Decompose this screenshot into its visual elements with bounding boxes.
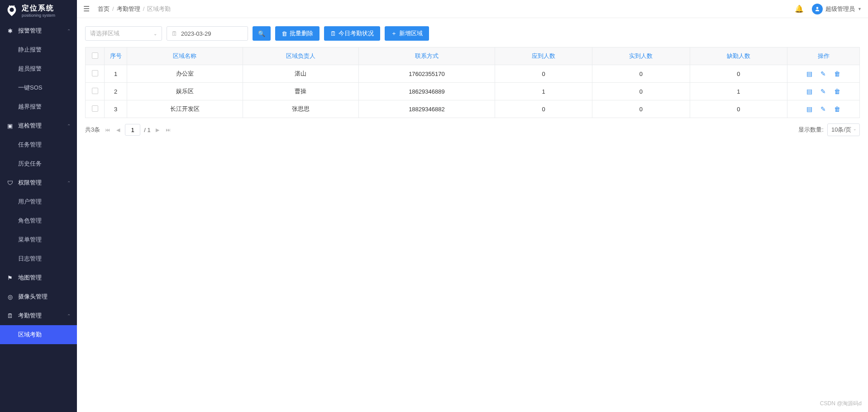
calendar-icon: 🗓 (330, 30, 336, 37)
cell-region-name: 长江开发区 (127, 100, 243, 118)
search-button[interactable]: 🔍 (253, 26, 271, 41)
select-all-checkbox[interactable] (92, 52, 98, 59)
chevron-icon: ⌃ (67, 180, 71, 185)
notification-bell-icon[interactable]: 🔔 (795, 5, 804, 13)
last-page-button[interactable]: ⏭ (164, 127, 172, 133)
cell-actual: 0 (592, 100, 690, 118)
cell-owner: 曹操 (243, 83, 358, 100)
user-menu[interactable]: 超级管理员 ▼ (812, 4, 862, 14)
header-actions: 操作 (787, 47, 860, 65)
cell-contact: 17602355170 (358, 65, 495, 83)
sidebar: 定位系统 positioning system ✱报警管理⌃静止报警超员报警一键… (0, 0, 77, 412)
next-page-button[interactable]: ▶ (154, 127, 161, 133)
table-row: 2 娱乐区 曹操 18629346889 1 0 1 ▤ ✎ 🗑 (86, 83, 860, 100)
prev-page-button[interactable]: ◀ (115, 127, 121, 133)
header-actual[interactable]: 实到人数 (592, 47, 690, 65)
chevron-down-icon: ⌄ (153, 31, 157, 36)
row-checkbox[interactable] (92, 88, 98, 94)
nav-group-head[interactable]: 🗓考勤管理⌃ (0, 306, 77, 325)
nav-group-label: 考勤管理 (18, 312, 42, 320)
batch-delete-button[interactable]: 🗑 批量删除 (275, 26, 320, 41)
watermark: CSDN @淘源码d (820, 400, 862, 407)
first-page-button[interactable]: ⏮ (104, 127, 111, 133)
nav-sub-item[interactable]: 菜单管理 (0, 230, 77, 249)
header-index[interactable]: 序号 (105, 47, 127, 65)
topbar: ☰ 首页/考勤管理/区域考勤 🔔 超级管理员 ▼ (77, 0, 868, 18)
logo: 定位系统 positioning system (0, 0, 77, 21)
nav-group-head[interactable]: ⚑地图管理 (0, 268, 77, 287)
nav-sub-item[interactable]: 日志管理 (0, 249, 77, 268)
cell-index: 1 (105, 65, 127, 83)
nav-group-head[interactable]: ✱报警管理⌃ (0, 21, 77, 40)
chevron-down-icon: ⌄ (853, 127, 857, 131)
page-size-value: 10条/页 (831, 126, 851, 133)
total-pages: / 1 (144, 127, 150, 133)
nav-group-head[interactable]: ▣巡检管理⌃ (0, 116, 77, 135)
nav-sub-item[interactable]: 超员报警 (0, 59, 77, 78)
nav-group-head[interactable]: ◎摄像头管理 (0, 287, 77, 306)
nav-group-icon: 🗓 (6, 313, 14, 319)
edit-icon[interactable]: ✎ (820, 88, 826, 95)
cell-region-name: 娱乐区 (127, 83, 243, 100)
breadcrumb-item[interactable]: 首页 (98, 5, 110, 13)
breadcrumb-item[interactable]: 考勤管理 (117, 5, 140, 13)
cell-actions: ▤ ✎ 🗑 (787, 100, 860, 118)
page-size-select[interactable]: 10条/页 ⌄ (827, 123, 860, 136)
cell-actions: ▤ ✎ 🗑 (787, 65, 860, 83)
breadcrumb-item: 区域考勤 (147, 5, 171, 13)
region-placeholder: 请选择区域 (90, 29, 119, 38)
nav-group-head[interactable]: 🛡权限管理⌃ (0, 173, 77, 192)
date-picker[interactable]: 🗓 2023-03-29 (167, 26, 248, 41)
sidebar-toggle-icon[interactable]: ☰ (83, 5, 90, 13)
nav-group-label: 地图管理 (18, 274, 42, 282)
nav: ✱报警管理⌃静止报警超员报警一键SOS越界报警▣巡检管理⌃任务管理历史任务🛡权限… (0, 21, 77, 344)
chevron-icon: ⌃ (67, 123, 71, 128)
nav-sub-item[interactable]: 一键SOS (0, 78, 77, 97)
nav-sub-item[interactable]: 角色管理 (0, 211, 77, 230)
today-status-button[interactable]: 🗓 今日考勤状况 (324, 26, 380, 41)
region-select[interactable]: 请选择区域 ⌄ (85, 26, 162, 41)
page-size-label: 显示数量: (798, 126, 824, 134)
header-checkbox-cell (86, 47, 105, 65)
header-owner[interactable]: 区域负责人 (243, 47, 358, 65)
delete-icon[interactable]: 🗑 (834, 88, 840, 95)
view-icon[interactable]: ▤ (806, 88, 812, 95)
nav-sub-item[interactable]: 历史任务 (0, 154, 77, 173)
nav-sub-item[interactable]: 越界报警 (0, 97, 77, 116)
header-region-name[interactable]: 区域名称 (127, 47, 243, 65)
today-status-label: 今日考勤状况 (339, 29, 374, 38)
header-contact[interactable]: 联系方式 (358, 47, 495, 65)
nav-sub-item[interactable]: 区域考勤 (0, 325, 77, 344)
date-value: 2023-03-29 (181, 30, 211, 37)
cell-absent: 0 (690, 65, 787, 83)
breadcrumb-separator: / (112, 5, 114, 12)
avatar-icon (812, 4, 823, 14)
cell-absent: 1 (690, 83, 787, 100)
toolbar: 请选择区域 ⌄ 🗓 2023-03-29 🔍 🗑 批量删除 🗓 今日考勤状况 (85, 26, 860, 41)
edit-icon[interactable]: ✎ (820, 105, 826, 113)
nav-group-label: 摄像头管理 (18, 293, 48, 301)
header-expected[interactable]: 应到人数 (495, 47, 592, 65)
cell-index: 2 (105, 83, 127, 100)
delete-icon[interactable]: 🗑 (834, 70, 840, 77)
nav-sub-item[interactable]: 用户管理 (0, 192, 77, 211)
row-checkbox[interactable] (92, 70, 98, 76)
edit-icon[interactable]: ✎ (820, 70, 826, 77)
cell-expected: 0 (495, 65, 592, 83)
caret-down-icon: ▼ (858, 7, 862, 11)
delete-icon[interactable]: 🗑 (834, 105, 840, 113)
nav-sub-item[interactable]: 任务管理 (0, 135, 77, 154)
nav-group-icon: ✱ (6, 28, 14, 34)
view-icon[interactable]: ▤ (806, 70, 812, 77)
content: 请选择区域 ⌄ 🗓 2023-03-29 🔍 🗑 批量删除 🗓 今日考勤状况 (77, 18, 868, 412)
nav-group-label: 权限管理 (18, 179, 42, 187)
row-checkbox[interactable] (92, 105, 98, 112)
header-absent[interactable]: 缺勤人数 (690, 47, 787, 65)
chevron-icon: ⌃ (67, 28, 71, 33)
cell-actions: ▤ ✎ 🗑 (787, 83, 860, 100)
add-region-button[interactable]: ＋ 新增区域 (385, 26, 429, 41)
nav-group-label: 报警管理 (18, 27, 42, 35)
page-input[interactable] (125, 124, 140, 136)
nav-sub-item[interactable]: 静止报警 (0, 40, 77, 59)
view-icon[interactable]: ▤ (806, 105, 812, 113)
